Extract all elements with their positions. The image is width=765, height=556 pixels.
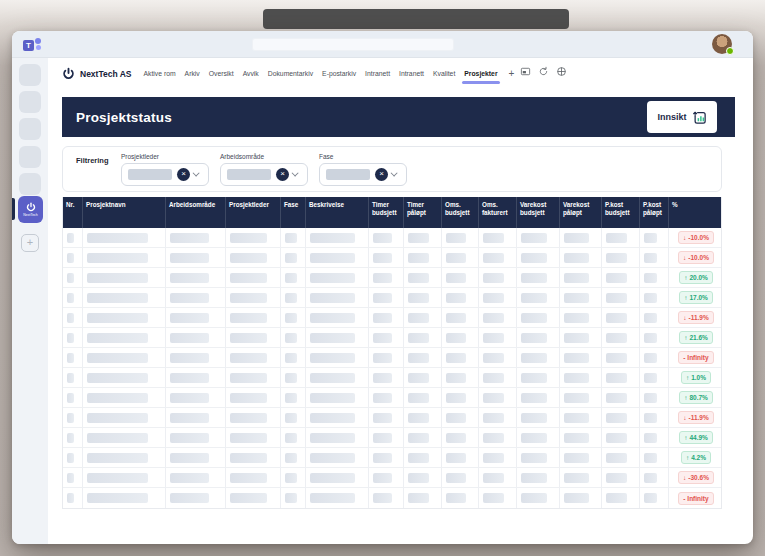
cell-skeleton: [87, 393, 148, 403]
cell-skeleton: [644, 373, 657, 383]
column-header: Nr.: [63, 197, 83, 228]
tab-dokumentarkiv[interactable]: Dokumentarkiv: [268, 70, 313, 77]
rail-item-nexttech[interactable]: NextTech: [18, 196, 43, 223]
table-row[interactable]: ↑80.7%: [63, 388, 721, 408]
table-cell: [63, 228, 83, 247]
tab-arkiv[interactable]: Arkiv: [185, 70, 200, 77]
table-cell: [369, 408, 404, 427]
table-cell: [479, 328, 517, 347]
cell-skeleton: [373, 313, 392, 323]
table-cell: [560, 468, 602, 487]
table-cell: [602, 408, 640, 427]
table-cell-percent: ↓-10.0%: [669, 248, 723, 267]
page-header: Prosjektstatus Innsikt: [62, 97, 735, 137]
rail-app-placeholder[interactable]: [19, 146, 41, 168]
cell-skeleton: [87, 333, 148, 343]
percent-badge: ↑20.0%: [679, 271, 713, 284]
cell-skeleton: [285, 453, 297, 463]
percent-value: 20.0%: [689, 274, 707, 281]
cell-skeleton: [644, 433, 657, 443]
clear-filter-button[interactable]: ×: [177, 168, 190, 181]
table-row[interactable]: - Infinity: [63, 488, 721, 508]
table-cell: [369, 328, 404, 347]
table-row[interactable]: ↑1.0%: [63, 368, 721, 388]
clear-filter-button[interactable]: ×: [375, 168, 388, 181]
add-tab-button[interactable]: +: [509, 68, 515, 79]
table-row[interactable]: ↑4.2%: [63, 448, 721, 468]
tab-intranett[interactable]: Intranett: [365, 70, 390, 77]
cell-skeleton: [67, 493, 74, 503]
percent-badge: ↓-11.9%: [678, 411, 714, 424]
table-row[interactable]: ↑20.0%: [63, 268, 721, 288]
table-row[interactable]: ↓-10.0%: [63, 248, 721, 268]
table-cell: [166, 328, 226, 347]
cell-skeleton: [67, 313, 74, 323]
rail-app-placeholder[interactable]: [19, 64, 41, 86]
user-avatar[interactable]: [712, 34, 732, 54]
table-cell: [281, 448, 306, 467]
table-row[interactable]: ↑44.9%: [63, 428, 721, 448]
popout-icon[interactable]: [520, 66, 531, 77]
tab-prosjekter[interactable]: Prosjekter: [464, 70, 497, 77]
refresh-icon[interactable]: [538, 66, 549, 77]
tab-kvalitet[interactable]: Kvalitet: [433, 70, 455, 77]
filter-select[interactable]: ×: [220, 163, 308, 186]
table-cell: [479, 248, 517, 267]
table-cell: [63, 488, 83, 508]
cell-skeleton: [310, 473, 355, 483]
table-row[interactable]: - Infinity: [63, 348, 721, 368]
cell-skeleton: [67, 293, 74, 303]
table-cell: [166, 468, 226, 487]
rail-app-placeholder[interactable]: [19, 173, 41, 195]
cell-skeleton: [564, 453, 589, 463]
table-row[interactable]: ↓-10.0%: [63, 228, 721, 248]
table-cell: [640, 288, 669, 307]
table-row[interactable]: ↓-11.9%: [63, 308, 721, 328]
clear-filter-button[interactable]: ×: [276, 168, 289, 181]
table-cell: [517, 468, 560, 487]
arrow-up-icon: ↑: [686, 374, 689, 381]
cell-skeleton: [373, 493, 392, 503]
cell-skeleton: [310, 453, 355, 463]
cell-skeleton: [230, 293, 267, 303]
tab-avvik[interactable]: Avvik: [243, 70, 259, 77]
cell-skeleton: [521, 493, 547, 503]
arrow-up-icon: ↑: [686, 454, 689, 461]
rail-app-placeholder[interactable]: [19, 91, 41, 113]
cell-skeleton: [67, 353, 74, 363]
table-cell: [369, 368, 404, 387]
column-header: Prosjektleder: [226, 197, 281, 228]
table-row[interactable]: ↓-30.6%: [63, 468, 721, 488]
cell-skeleton: [310, 413, 355, 423]
tab-intranett[interactable]: Intranett: [399, 70, 424, 77]
table-row[interactable]: ↑21.6%: [63, 328, 721, 348]
arrow-up-icon: ↑: [684, 274, 687, 281]
table-row[interactable]: ↓-11.9%: [63, 408, 721, 428]
add-app-button[interactable]: +: [21, 234, 39, 252]
globe-icon[interactable]: [556, 66, 567, 77]
cell-skeleton: [564, 433, 589, 443]
cell-skeleton: [373, 273, 392, 283]
tab-aktive-rom[interactable]: Aktive rom: [144, 70, 176, 77]
tab-oversikt[interactable]: Oversikt: [209, 70, 234, 77]
table-cell: [442, 228, 479, 247]
search-input[interactable]: [252, 38, 454, 51]
cell-skeleton: [310, 273, 355, 283]
filter-select[interactable]: ×: [319, 163, 407, 186]
cell-skeleton: [87, 273, 148, 283]
cell-skeleton: [170, 293, 209, 303]
filter-select[interactable]: ×: [121, 163, 209, 186]
insight-button[interactable]: Innsikt: [647, 101, 717, 133]
table-row[interactable]: ↑17.0%: [63, 288, 721, 308]
table-cell: [281, 328, 306, 347]
cell-skeleton: [564, 493, 589, 503]
arrow-up-icon: ↑: [684, 394, 687, 401]
percent-value: -10.0%: [688, 254, 709, 261]
table-cell: [166, 288, 226, 307]
cell-skeleton: [446, 493, 466, 503]
cell-skeleton: [87, 473, 148, 483]
rail-app-placeholder[interactable]: [19, 118, 41, 140]
filter-group-fase: Fase×: [319, 153, 407, 186]
cell-skeleton: [87, 353, 148, 363]
tab-e-postarkiv[interactable]: E-postarkiv: [322, 70, 356, 77]
